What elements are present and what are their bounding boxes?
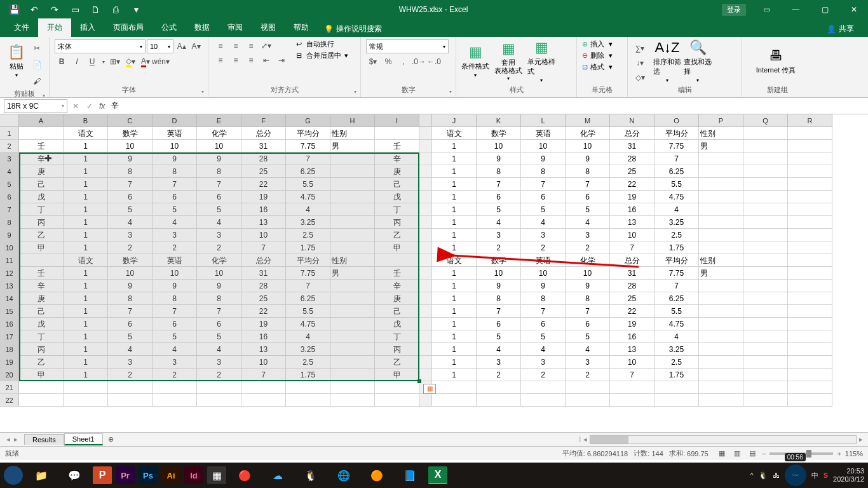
- tab-data[interactable]: 数据: [186, 18, 219, 37]
- add-sheet-button[interactable]: ⊕: [103, 435, 119, 444]
- align-top-icon[interactable]: ≡: [214, 39, 227, 52]
- tb-qq-icon[interactable]: 🐧: [296, 465, 325, 485]
- cell-styles-button[interactable]: ▦单元格样式▾: [527, 39, 555, 83]
- zoom-out-icon[interactable]: −: [762, 450, 766, 458]
- align-middle-icon[interactable]: ≡: [229, 39, 243, 52]
- autosum-icon[interactable]: ∑▾: [633, 42, 647, 55]
- row-headers[interactable]: 12345678910111213141516171819202122: [0, 127, 19, 407]
- tb-chrome-icon[interactable]: 🌐: [329, 465, 358, 485]
- tray-net-icon[interactable]: 🖧: [773, 471, 780, 479]
- qat-redo-icon[interactable]: ↷: [46, 1, 64, 18]
- fill-color-button[interactable]: ◇▾: [123, 55, 137, 68]
- ribbon-display-icon[interactable]: ▭: [752, 0, 780, 19]
- close-button[interactable]: ✕: [840, 0, 868, 19]
- italic-button[interactable]: I: [70, 55, 84, 68]
- spreadsheet-grid[interactable]: ABCDEFGHIJKLMNOPQR 123456789101112131415…: [0, 114, 868, 432]
- cut-icon[interactable]: ✂: [30, 42, 44, 55]
- tab-home[interactable]: 开始: [38, 18, 71, 37]
- zoom-in-icon[interactable]: +: [837, 450, 841, 458]
- qat-new-icon[interactable]: ▭: [66, 1, 84, 18]
- share-button[interactable]: 👤 共享: [820, 21, 860, 37]
- format-painter-icon[interactable]: 🖌: [30, 75, 44, 88]
- select-all-corner[interactable]: [0, 114, 19, 127]
- tb-wechat-icon[interactable]: 💬: [60, 465, 89, 485]
- zoom-level[interactable]: 115%: [845, 450, 863, 458]
- increase-font-icon[interactable]: A▴: [175, 40, 188, 53]
- underline-dropdown-icon[interactable]: ▾: [100, 55, 107, 68]
- tab-review[interactable]: 审阅: [219, 18, 252, 37]
- border-button[interactable]: ⊞▾: [108, 55, 122, 68]
- qat-open-icon[interactable]: 🗋: [86, 1, 104, 18]
- tab-formula[interactable]: 公式: [153, 18, 186, 37]
- sheet-tab-results[interactable]: Results: [24, 434, 64, 445]
- sort-filter-button[interactable]: A↓Z排序和筛选▾: [653, 39, 681, 83]
- horizontal-scrollbar[interactable]: [590, 435, 857, 444]
- view-break-icon[interactable]: ▤: [745, 448, 760, 459]
- cells-format-button[interactable]: ⊡格式 ▾: [582, 62, 613, 72]
- login-button[interactable]: 登录: [722, 4, 746, 16]
- tray-circle-icon[interactable]: 〰: [785, 464, 806, 486]
- decrease-indent-icon[interactable]: ⇤: [259, 54, 273, 67]
- formula-input[interactable]: 辛: [107, 100, 868, 111]
- enter-formula-icon[interactable]: ✓: [83, 99, 97, 113]
- qat-more-icon[interactable]: ▾: [127, 1, 145, 18]
- table-format-button[interactable]: ▦套用 表格格式▾: [494, 39, 522, 83]
- align-center-icon[interactable]: ≡: [229, 54, 243, 67]
- view-normal-icon[interactable]: ▦: [714, 448, 729, 459]
- tray-ime-icon[interactable]: 中: [811, 471, 818, 480]
- orientation-icon[interactable]: ⤢▾: [259, 39, 273, 52]
- sheet-nav-last-icon[interactable]: ▸: [14, 435, 18, 444]
- font-size-combo[interactable]: 10▾: [147, 39, 173, 53]
- merge-center-button[interactable]: ⊟ 合并后居中 ▾: [296, 51, 348, 60]
- underline-button[interactable]: U: [85, 55, 99, 68]
- qat-print-icon[interactable]: ⎙: [107, 1, 125, 18]
- currency-icon[interactable]: $▾: [366, 55, 380, 68]
- tab-file[interactable]: 文件: [5, 18, 38, 37]
- qat-save-icon[interactable]: 💾: [5, 1, 23, 18]
- fill-icon[interactable]: ↓▾: [633, 57, 647, 69]
- tb-photoshop-icon[interactable]: Ps: [139, 466, 158, 484]
- tb-app4-icon[interactable]: 🟠: [362, 465, 391, 485]
- maximize-button[interactable]: ▢: [811, 0, 839, 19]
- qat-undo-icon[interactable]: ↶: [25, 1, 43, 18]
- tray-clock[interactable]: 20:53 2020/3/12: [833, 467, 864, 484]
- tb-excel-icon[interactable]: X: [428, 466, 447, 484]
- increase-indent-icon[interactable]: ⇥: [275, 54, 288, 67]
- decrease-decimal-icon[interactable]: ←.0: [427, 55, 441, 68]
- tab-view[interactable]: 视图: [252, 18, 285, 37]
- tab-layout[interactable]: 页面布局: [104, 18, 153, 37]
- align-bottom-icon[interactable]: ≡: [244, 39, 258, 52]
- cancel-formula-icon[interactable]: ✕: [69, 99, 83, 113]
- tell-me-search[interactable]: 💡 操作说明搜索: [318, 21, 388, 37]
- tray-qq-icon[interactable]: 🐧: [759, 471, 768, 480]
- internet-fax-button[interactable]: 🖶Internet 传真: [747, 39, 804, 83]
- tb-explorer-icon[interactable]: 📁: [27, 465, 56, 485]
- tb-powerpoint-icon[interactable]: P: [93, 466, 112, 484]
- font-color-button[interactable]: A▾: [139, 55, 153, 68]
- tb-notes-icon[interactable]: 📘: [395, 465, 424, 485]
- view-page-icon[interactable]: ▥: [729, 448, 745, 459]
- clear-icon[interactable]: ◇▾: [633, 71, 647, 84]
- copy-icon[interactable]: 📄: [30, 58, 44, 71]
- bold-button[interactable]: B: [55, 55, 69, 68]
- paste-button[interactable]: 📋 粘贴 ▾: [5, 39, 27, 83]
- wrap-text-button[interactable]: ↩ 自动换行: [296, 39, 348, 49]
- cells-delete-button[interactable]: ⊖删除 ▾: [582, 51, 613, 60]
- align-left-icon[interactable]: ≡: [214, 54, 227, 67]
- tb-premiere-icon[interactable]: Pr: [116, 466, 135, 484]
- minimize-button[interactable]: —: [782, 0, 810, 19]
- phonetic-button[interactable]: wén▾: [154, 55, 168, 68]
- font-name-combo[interactable]: 宋体▾: [55, 39, 146, 53]
- fx-icon[interactable]: fx: [97, 102, 107, 111]
- tab-help[interactable]: 帮助: [285, 18, 318, 37]
- name-box[interactable]: 18R x 9C▾: [4, 99, 67, 113]
- number-format-combo[interactable]: 常规▾: [366, 39, 449, 53]
- conditional-format-button[interactable]: ▦条件格式▾: [461, 39, 489, 83]
- find-select-button[interactable]: 🔍查找和选择▾: [684, 39, 712, 83]
- column-headers[interactable]: ABCDEFGHIJKLMNOPQR: [19, 114, 832, 127]
- align-right-icon[interactable]: ≡: [244, 54, 258, 67]
- tray-sogou-icon[interactable]: S: [824, 471, 828, 479]
- tb-browser-icon[interactable]: [4, 466, 23, 485]
- selection-handle[interactable]: [417, 379, 421, 383]
- tb-app1-icon[interactable]: ▦: [207, 466, 226, 484]
